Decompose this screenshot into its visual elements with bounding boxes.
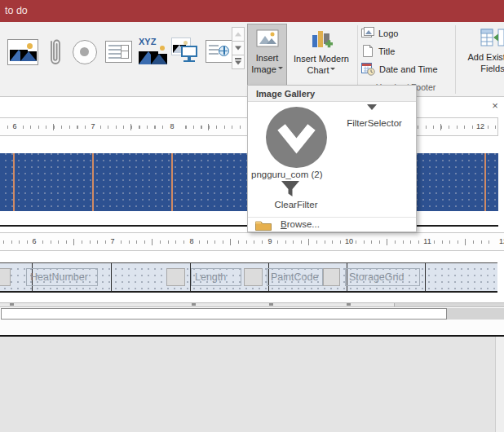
- ruler-number: 10: [343, 236, 356, 247]
- band-grid-line: [171, 153, 173, 211]
- insert-image-control-icon[interactable]: [7, 39, 38, 65]
- add-existing-fields-button[interactable]: Add Existing Fields: [453, 24, 504, 91]
- insert-modern-chart-icon: [310, 29, 333, 50]
- workspace-background: [0, 337, 504, 432]
- attachment-control-icon[interactable]: [46, 36, 65, 73]
- insert-modern-chart-button[interactable]: Insert Modern Chart: [288, 24, 355, 91]
- pngguru-check-logo-icon: [266, 107, 327, 168]
- insert-chart-label-line2: Chart: [307, 65, 329, 75]
- band-grid-line: [13, 153, 15, 211]
- filter-selector-label[interactable]: FilterSelector: [334, 118, 415, 128]
- empty-section-row: [0, 320, 504, 335]
- splitter-tick: [269, 303, 273, 306]
- filter-selector-arrow-icon[interactable]: [367, 104, 377, 110]
- gallery-scroll-up-button[interactable]: [232, 27, 245, 42]
- ruler-number: 11: [421, 236, 434, 247]
- vertical-scrollbar-track[interactable]: [495, 337, 504, 432]
- clear-filter-label[interactable]: ClearFilter: [259, 200, 333, 209]
- title-label: Title: [378, 46, 395, 56]
- title-bar: to do: [0, 0, 504, 22]
- detail-grid-line: [425, 263, 426, 291]
- pivot-chart-xyz-icon[interactable]: XYZ: [137, 37, 168, 66]
- field-textbox-control[interactable]: Length: [191, 268, 241, 286]
- band-grid-line: [484, 153, 486, 211]
- insert-image-label-line2: Image: [251, 64, 276, 74]
- logo-label: Logo: [378, 29, 398, 38]
- splitter-tick: [192, 303, 196, 306]
- title-button[interactable]: Title: [361, 45, 395, 60]
- logo-icon: [361, 27, 374, 39]
- splitter-right-segment: [394, 303, 504, 306]
- splitter-tick: [347, 303, 351, 306]
- empty-textbox-control[interactable]: [166, 268, 185, 286]
- date-time-icon: [361, 63, 375, 76]
- scrollbar-corner-block: [447, 308, 504, 320]
- add-fields-label-line2: Fields: [480, 64, 504, 73]
- subform-control-icon[interactable]: [105, 41, 132, 63]
- empty-textbox-control[interactable]: [244, 268, 263, 286]
- ruler-number: 7: [106, 236, 119, 247]
- ruler-number: 8: [166, 121, 179, 132]
- horizontal-ruler-bottom: 6789101112: [0, 232, 504, 251]
- image-gallery-header: Image Gallery: [248, 86, 416, 102]
- title-icon: [361, 45, 374, 57]
- application-window: to do: [0, 0, 504, 432]
- browse-menu-item[interactable]: Browse...: [248, 217, 416, 231]
- horizontal-scrollbar-track[interactable]: [1, 308, 447, 320]
- option-button-control-icon[interactable]: [73, 40, 97, 64]
- clear-filter-funnel-icon[interactable]: [281, 180, 300, 198]
- date-time-label: Date and Time: [379, 64, 438, 74]
- detail-grid-line: [111, 263, 112, 291]
- empty-textbox-control[interactable]: [0, 268, 11, 286]
- insert-image-button-icon: [256, 29, 279, 49]
- ruler-number: 6: [8, 121, 21, 132]
- section-splitter-strip[interactable]: [0, 302, 504, 307]
- gallery-scroll-down-button[interactable]: [232, 41, 245, 55]
- date-and-time-button[interactable]: Date and Time: [361, 63, 438, 78]
- splitter-tick: [10, 303, 14, 306]
- browse-folder-icon: [255, 220, 272, 231]
- gallery-image-thumbnail[interactable]: [266, 107, 327, 168]
- document-title: to do: [5, 5, 28, 16]
- insert-chart-dropdown-caret-icon: [330, 68, 335, 73]
- insert-image-button[interactable]: Insert Image: [247, 24, 287, 91]
- ruler-number: 6: [28, 236, 41, 247]
- field-textbox-control[interactable]: HeatNumber: [26, 268, 98, 286]
- logo-button[interactable]: Logo: [361, 27, 398, 42]
- insert-image-label-line1: Insert: [256, 53, 279, 63]
- gallery-item-label: pngguru_com (2): [251, 170, 357, 179]
- empty-textbox-control[interactable]: [323, 268, 340, 286]
- gallery-expand-button[interactable]: [232, 55, 245, 69]
- add-fields-label-line1: Add Existing: [467, 52, 504, 62]
- ruler-number: 9: [263, 236, 276, 247]
- web-browser-control-icon[interactable]: [206, 40, 232, 63]
- image-gallery-dropdown: Image Gallery pngguru_com (2) FilterSele…: [247, 85, 417, 232]
- insert-chart-label-line1: Insert Modern: [294, 54, 349, 64]
- image-monitor-control-icon[interactable]: [171, 37, 202, 67]
- field-textbox-control[interactable]: PaintCode: [267, 268, 323, 286]
- ruler-number: 12: [497, 236, 504, 247]
- add-existing-fields-icon: [480, 29, 504, 48]
- detail-band[interactable]: HeatNumberLengthPaintCodeStorageGrid: [0, 262, 497, 293]
- controls-gallery-scroller: [232, 28, 245, 69]
- insert-image-dropdown-caret-icon: [278, 67, 283, 72]
- band-grid-line: [92, 153, 94, 211]
- field-textbox-control[interactable]: StorageGrid: [345, 268, 420, 286]
- ruler-number: 12: [474, 121, 487, 132]
- ruler-number: 8: [185, 236, 198, 247]
- close-tab-button[interactable]: ×: [489, 99, 501, 112]
- ruler-number: 7: [86, 121, 99, 132]
- browse-label: Browse...: [281, 218, 320, 231]
